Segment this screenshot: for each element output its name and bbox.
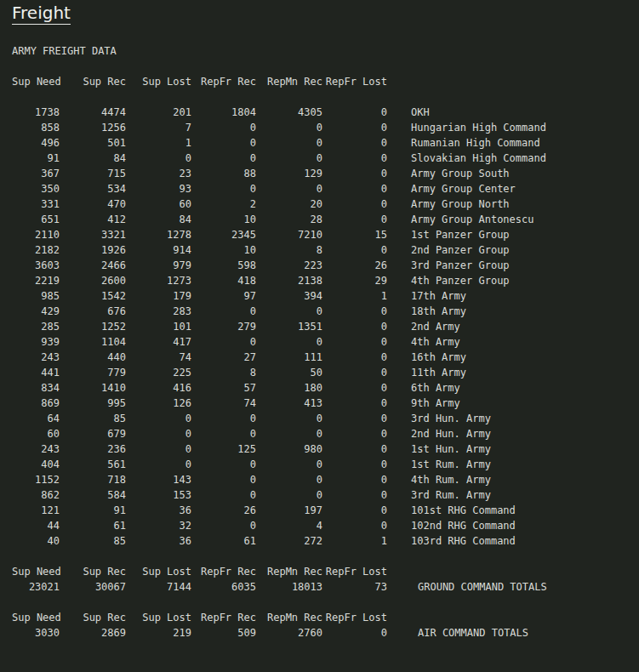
column-header-sup-need: Sup Need bbox=[12, 564, 60, 579]
table-row: 36032466979598223263rd Panzer Group bbox=[12, 258, 639, 273]
cell-sup-need: 60 bbox=[12, 426, 60, 441]
cell-repmn-rec: 413 bbox=[256, 396, 322, 411]
cell-repfr-lost: 0 bbox=[322, 196, 387, 212]
cell-repfr-lost: 0 bbox=[322, 396, 387, 411]
table-row: 408536612721103rd RHG Command bbox=[12, 533, 639, 549]
cell-repfr-lost: 0 bbox=[322, 135, 387, 151]
table-row: 2434407427111016th Army bbox=[12, 350, 639, 365]
unit-name: Army Group Antonescu bbox=[387, 212, 639, 227]
table-row: 93911044170004th Army bbox=[12, 334, 639, 350]
table-row: 40456100001st Rum. Army bbox=[12, 457, 639, 472]
cell-repmn-rec: 0 bbox=[256, 487, 322, 503]
cell-repfr-lost: 0 bbox=[322, 503, 387, 518]
cell-repfr-lost: 0 bbox=[322, 625, 387, 641]
column-header-sup-need: Sup Need bbox=[12, 74, 60, 89]
cell-repfr-rec: 0 bbox=[191, 181, 256, 196]
cell-sup-rec: 995 bbox=[60, 396, 126, 411]
cell-repfr-rec: 0 bbox=[191, 426, 256, 441]
cell-repmn-rec: 7210 bbox=[256, 227, 322, 242]
totals-label: AIR COMMAND TOTALS bbox=[387, 625, 639, 641]
cell-repfr-rec: 598 bbox=[191, 258, 256, 273]
cell-repfr-lost: 0 bbox=[322, 212, 387, 227]
table-row: 2851252101279135102nd Army bbox=[12, 319, 639, 334]
column-header-unit bbox=[387, 74, 639, 89]
cell-repfr-lost: 0 bbox=[322, 105, 387, 120]
cell-repfr-rec: 509 bbox=[191, 625, 256, 641]
cell-repmn-rec: 180 bbox=[256, 380, 322, 396]
cell-sup-lost: 979 bbox=[126, 258, 191, 273]
cell-repfr-lost: 0 bbox=[322, 181, 387, 196]
cell-sup-rec: 4474 bbox=[60, 105, 126, 120]
unit-name: 4th Army bbox=[387, 334, 639, 350]
cell-repfr-rec: 279 bbox=[191, 319, 256, 334]
unit-name: 1st Hun. Army bbox=[387, 441, 639, 457]
totals-row: 3030286921950927600AIR COMMAND TOTALS bbox=[12, 625, 639, 641]
cell-repfr-lost: 0 bbox=[322, 472, 387, 487]
unit-name: 3rd Panzer Group bbox=[387, 258, 639, 273]
table-body: 17384474201180443050OKH85812567000Hungar… bbox=[12, 105, 639, 549]
cell-sup-lost: 0 bbox=[126, 151, 191, 166]
cell-repfr-lost: 29 bbox=[322, 273, 387, 288]
cell-repfr-lost: 0 bbox=[322, 380, 387, 396]
cell-sup-need: 858 bbox=[12, 120, 60, 135]
cell-repmn-rec: 18013 bbox=[256, 579, 322, 595]
cell-sup-need: 862 bbox=[12, 487, 60, 503]
unit-name: 11th Army bbox=[387, 365, 639, 380]
unit-name: 2nd Army bbox=[387, 319, 639, 334]
cell-repmn-rec: 1351 bbox=[256, 319, 322, 334]
cell-sup-need: 869 bbox=[12, 396, 60, 411]
cell-sup-rec: 561 bbox=[60, 457, 126, 472]
cell-sup-need: 985 bbox=[12, 288, 60, 304]
column-header-sup-rec: Sup Rec bbox=[60, 610, 126, 625]
cell-sup-lost: 143 bbox=[126, 472, 191, 487]
cell-repfr-lost: 0 bbox=[322, 426, 387, 441]
cell-sup-rec: 2600 bbox=[60, 273, 126, 288]
freight-screen: Freight ARMY FREIGHT DATA Sup NeedSup Re… bbox=[0, 0, 639, 672]
cell-sup-need: 91 bbox=[12, 151, 60, 166]
column-header-repmn-rec: RepMn Rec bbox=[256, 564, 322, 579]
unit-name: 101st RHG Command bbox=[387, 503, 639, 518]
freight-tab-title[interactable]: Freight bbox=[12, 3, 71, 25]
cell-repfr-lost: 0 bbox=[322, 120, 387, 135]
cell-repfr-lost: 0 bbox=[322, 319, 387, 334]
cell-repmn-rec: 50 bbox=[256, 365, 322, 380]
cell-repfr-lost: 1 bbox=[322, 288, 387, 304]
cell-sup-rec: 501 bbox=[60, 135, 126, 151]
cell-repmn-rec: 223 bbox=[256, 258, 322, 273]
cell-sup-lost: 179 bbox=[126, 288, 191, 304]
cell-repmn-rec: 0 bbox=[256, 411, 322, 426]
cell-sup-lost: 36 bbox=[126, 533, 191, 549]
cell-sup-lost: 36 bbox=[126, 503, 191, 518]
column-header-repmn-rec: RepMn Rec bbox=[256, 74, 322, 89]
cell-repfr-lost: 0 bbox=[322, 518, 387, 533]
unit-name: 2nd Panzer Group bbox=[387, 242, 639, 258]
unit-name: Army Group North bbox=[387, 196, 639, 212]
cell-sup-rec: 440 bbox=[60, 350, 126, 365]
cell-sup-lost: 225 bbox=[126, 365, 191, 380]
unit-name: 103rd RHG Command bbox=[387, 533, 639, 549]
table-row: 21103321127823457210151st Panzer Group bbox=[12, 227, 639, 242]
column-header-repfr-rec: RepFr Rec bbox=[191, 610, 256, 625]
cell-sup-rec: 85 bbox=[60, 411, 126, 426]
cell-repmn-rec: 20 bbox=[256, 196, 322, 212]
cell-repfr-rec: 0 bbox=[191, 334, 256, 350]
cell-repfr-rec: 0 bbox=[191, 487, 256, 503]
cell-sup-need: 331 bbox=[12, 196, 60, 212]
cell-repmn-rec: 0 bbox=[256, 304, 322, 319]
cell-repmn-rec: 394 bbox=[256, 288, 322, 304]
cell-repfr-rec: 0 bbox=[191, 304, 256, 319]
cell-sup-rec: 85 bbox=[60, 533, 126, 549]
cell-sup-rec: 84 bbox=[60, 151, 126, 166]
cell-repmn-rec: 0 bbox=[256, 426, 322, 441]
table-row: 83414104165718006th Army bbox=[12, 380, 639, 396]
unit-name: 4th Rum. Army bbox=[387, 472, 639, 487]
cell-sup-lost: 1278 bbox=[126, 227, 191, 242]
table-row: 6514128410280Army Group Antonescu bbox=[12, 212, 639, 227]
table-row: 331470602200Army Group North bbox=[12, 196, 639, 212]
cell-repmn-rec: 0 bbox=[256, 151, 322, 166]
cell-sup-lost: 0 bbox=[126, 441, 191, 457]
cell-repfr-lost: 1 bbox=[322, 533, 387, 549]
table-row: 243236012598001st Hun. Army bbox=[12, 441, 639, 457]
table-row: 2219260012734182138294th Panzer Group bbox=[12, 273, 639, 288]
cell-repmn-rec: 111 bbox=[256, 350, 322, 365]
